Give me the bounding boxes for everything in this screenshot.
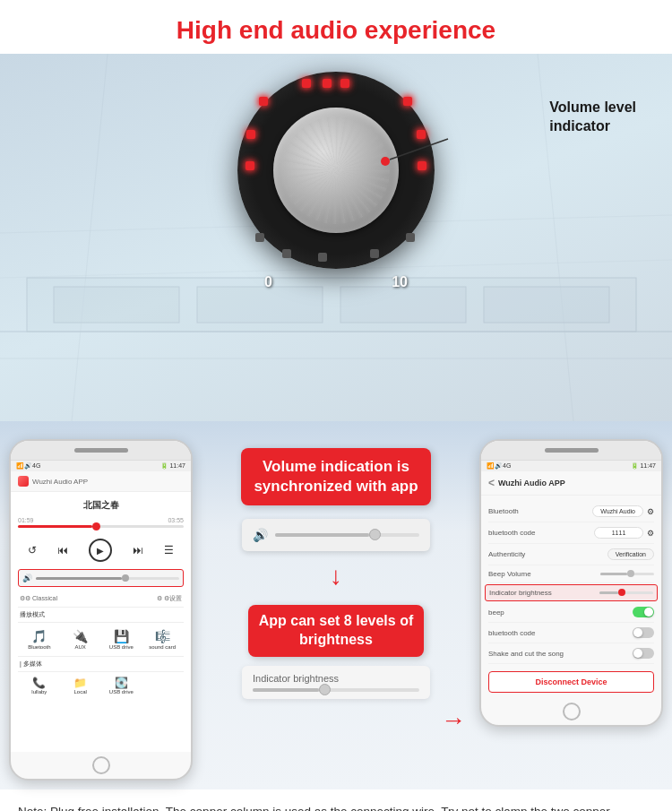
bluetooth-row: Bluetooth Wuzhi Audio ⚙: [488, 501, 654, 522]
vol-icon: 🔊: [22, 574, 32, 582]
footer-note-text: Note: Plug free installation. The copper…: [18, 805, 610, 811]
bluetooth-value[interactable]: Wuzhi Audio: [592, 505, 643, 517]
beep-volume-slider[interactable]: [600, 573, 654, 575]
media-local[interactable]: 📁 Local: [61, 675, 100, 696]
beep-toggle-dot: [644, 608, 653, 617]
knob-label-ten: 10: [392, 274, 408, 290]
led-7: [406, 233, 415, 242]
led-1: [302, 79, 311, 88]
led-13: [246, 130, 255, 139]
shake-toggle[interactable]: [633, 648, 654, 659]
disconnect-button[interactable]: Disconnect Device: [488, 671, 654, 693]
header-section: High end audio experience: [0, 0, 672, 54]
shake-row: Shake and cut the song: [488, 643, 654, 664]
progress-bar[interactable]: [18, 525, 184, 528]
local-label: Local: [73, 689, 86, 695]
shake-toggle-dot: [633, 649, 642, 658]
bluetooth-settings-icon[interactable]: ⚙: [647, 507, 654, 516]
local-icon: 📁: [73, 677, 87, 689]
bluetooth-code-settings-icon[interactable]: ⚙: [647, 529, 654, 538]
right-phone: 📶🔊4G 🔋 11:47 < Wuzhi Audio APP Bluetooth…: [479, 439, 663, 727]
led-3: [340, 79, 349, 88]
led-11: [255, 233, 264, 242]
vol-dot: [122, 574, 129, 582]
beep-toggle-row: beep: [488, 602, 654, 623]
led-6: [418, 161, 426, 170]
left-phone-screen: 北国之春 01:59 03:55 ↺ ⏮ ▶ ⏭ ☰: [11, 492, 191, 752]
bluetooth-code2-toggle-dot: [633, 628, 642, 637]
ind-brightness-bar[interactable]: [253, 688, 419, 692]
phone-home-left: [11, 752, 191, 779]
ind-brightness-dot: [319, 684, 331, 695]
volume-row-left: 🔊: [18, 569, 184, 587]
prev-btn[interactable]: ⏮: [57, 544, 68, 556]
led-10: [282, 249, 291, 258]
media-usb2[interactable]: 💽 USB drive: [102, 675, 142, 696]
soundcard-icon: 🎼: [155, 629, 170, 643]
knob-labels: 0 10: [246, 274, 426, 290]
footer-note: Note: Plug free installation. The copper…: [0, 789, 672, 811]
classical-text: ⚙⚙ Classical: [20, 595, 57, 602]
knob-inner: [273, 108, 399, 233]
back-arrow[interactable]: <: [488, 477, 495, 489]
beep-volume-row: Beep Volume: [488, 565, 654, 583]
beep-volume-dot: [627, 570, 634, 577]
settings-row: ⚙⚙ Classical ⚙ ⚙设置: [18, 591, 184, 607]
aux-icon: 🔌: [73, 629, 88, 643]
settings-text[interactable]: ⚙ ⚙设置: [157, 594, 182, 603]
volume-level-label: Volume level indicator: [549, 99, 636, 136]
bluetooth-code2-row: bluetooth code: [488, 623, 654, 643]
mid-vol-container: 🔊: [242, 519, 430, 551]
knob-label-zero: 0: [264, 274, 272, 290]
volume-knob[interactable]: [237, 72, 435, 269]
play-mode-label: 播放模式: [20, 611, 45, 617]
home-button-right[interactable]: [563, 703, 581, 720]
bluetooth-code-value[interactable]: 1111: [594, 527, 643, 539]
usb2-icon: 💽: [115, 677, 128, 689]
home-button-left[interactable]: [92, 756, 110, 774]
play-btn[interactable]: ▶: [89, 539, 112, 562]
progress-fill: [18, 525, 92, 528]
svg-rect-8: [197, 287, 323, 323]
vol-bar[interactable]: [36, 577, 179, 580]
indicator-brightness-slider[interactable]: [599, 591, 653, 594]
media-empty: [142, 675, 182, 696]
beep-volume-fill: [600, 573, 627, 575]
bluetooth-code2-toggle[interactable]: [633, 627, 654, 638]
media-lullaby[interactable]: 📞 lullaby: [20, 675, 59, 696]
verify-button[interactable]: Verification: [607, 548, 654, 560]
source-bluetooth[interactable]: 🎵 Bluetooth: [20, 626, 59, 652]
next-btn[interactable]: ⏭: [133, 544, 143, 556]
settings-icon: ⚙⚙: [20, 595, 30, 601]
source-soundcard[interactable]: 🎼 sound card: [142, 626, 182, 652]
mid-vol-bar[interactable]: [275, 533, 419, 537]
song-title: 北国之春: [18, 499, 184, 512]
lullaby-icon: 📞: [32, 677, 46, 689]
vol-fill: [36, 577, 122, 580]
source-aux[interactable]: 🔌 AUX: [61, 626, 100, 652]
queue-btn[interactable]: ☰: [164, 544, 174, 556]
left-phone: 📶🔊4G 🔋 11:47 Wuzhi Audio APP 北国之春 01:59 …: [9, 439, 193, 781]
led-14: [259, 97, 268, 106]
progress-bar-area: 01:59 03:55: [18, 517, 184, 528]
arrow-right-indicator: →: [441, 706, 466, 735]
phone-notch-right: [481, 441, 661, 461]
bluetooth-icon: 🎵: [31, 629, 47, 643]
progress-dot: [92, 522, 100, 531]
mid-vol-icon: 🔊: [253, 528, 268, 542]
right-app-header: < Wuzhi Audio APP: [481, 471, 661, 496]
usb-label: USB drive: [109, 644, 134, 650]
status-bar-left: 📶🔊4G 🔋 11:47: [11, 461, 191, 471]
led-2: [323, 79, 332, 88]
aux-label: AUX: [74, 644, 85, 650]
indicator-brightness-label: Indicator brightness: [489, 589, 552, 597]
vol-sync-callout: Volume indication is synchronized with a…: [241, 448, 430, 505]
indicator-brightness-fill: [599, 591, 618, 594]
led-12: [246, 161, 254, 170]
beep-toggle[interactable]: [633, 607, 654, 617]
source-usb[interactable]: 💾 USB drive: [102, 626, 142, 652]
right-app-title: Wuzhi Audio APP: [498, 479, 565, 487]
phone-home-right: [481, 698, 661, 725]
svg-rect-7: [54, 287, 179, 323]
repeat-btn[interactable]: ↺: [28, 544, 37, 556]
